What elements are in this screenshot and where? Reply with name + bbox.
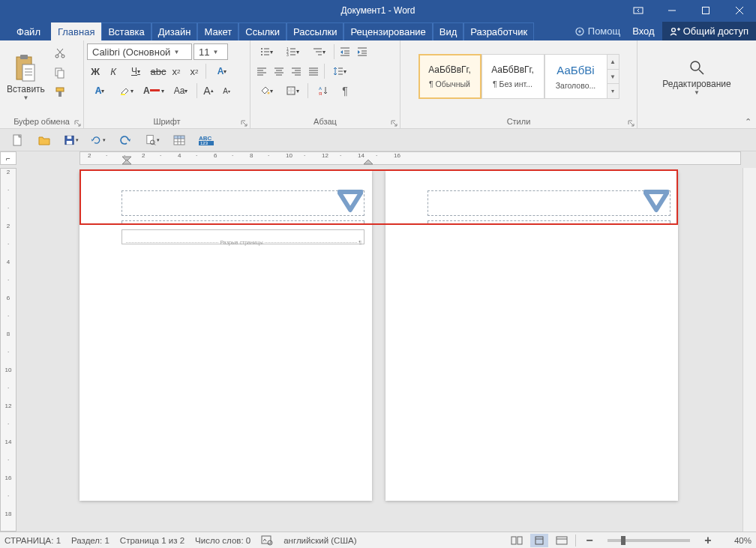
decrease-indent-button[interactable] xyxy=(337,43,353,60)
highlight-button[interactable]: ▾ xyxy=(114,83,140,98)
align-right-button[interactable] xyxy=(288,63,304,79)
paste-button[interactable]: Вставить ▼ xyxy=(3,43,49,111)
group-label-clipboard: Буфер обмена xyxy=(14,117,70,126)
styles-gallery-expand[interactable]: ▲ ▼ ▾ xyxy=(608,54,620,99)
close-button[interactable] xyxy=(722,0,756,21)
dialog-launcher-icon[interactable] xyxy=(74,120,82,127)
status-page-of[interactable]: Страница 1 из 2 xyxy=(120,536,184,545)
style-heading1[interactable]: АаБбВі Заголово... xyxy=(544,54,608,99)
style-normal[interactable]: АаБбВвГг, ¶ Обычный xyxy=(418,54,482,99)
tab-layout[interactable]: Макет xyxy=(197,22,238,40)
dialog-launcher-icon[interactable] xyxy=(391,120,398,127)
style-no-spacing[interactable]: АаБбВвГг, ¶ Без инт... xyxy=(482,54,544,99)
ribbon-display-icon[interactable] xyxy=(621,0,655,21)
font-size-select[interactable]: 11▼ xyxy=(194,43,228,60)
strikethrough-button[interactable]: abc xyxy=(150,63,166,79)
tab-view[interactable]: Вид xyxy=(433,22,464,40)
save-button[interactable]: ▾ xyxy=(62,131,81,149)
copy-button[interactable] xyxy=(52,64,68,81)
left-indent-marker[interactable] xyxy=(122,152,131,166)
horizontal-ruler[interactable]: 2··2·4·6·8·10·12·14·16 xyxy=(80,151,741,165)
status-language[interactable]: английский (США) xyxy=(284,536,356,545)
text-effects-button[interactable]: A▾ xyxy=(87,83,112,98)
zoom-out-button[interactable]: − xyxy=(580,534,598,547)
dialog-launcher-icon[interactable] xyxy=(628,120,635,127)
zoom-slider[interactable] xyxy=(608,539,690,542)
collapse-ribbon-button[interactable]: ⌃ xyxy=(745,117,752,127)
sign-in-button[interactable]: Вход xyxy=(625,25,662,37)
subscript-button[interactable]: x2 xyxy=(168,63,184,79)
tab-references[interactable]: Ссылки xyxy=(238,22,286,40)
vertical-scrollbar[interactable] xyxy=(742,168,756,532)
cut-button[interactable] xyxy=(52,45,68,61)
redo-button[interactable] xyxy=(116,131,135,149)
sort-button[interactable]: AЯ xyxy=(310,83,336,98)
align-left-button[interactable] xyxy=(254,63,270,79)
font-color-button[interactable]: A▾ xyxy=(141,83,166,98)
multilevel-icon xyxy=(312,46,322,57)
more-icon[interactable]: ▾ xyxy=(608,84,619,98)
bullets-button[interactable]: ▾ xyxy=(254,44,279,59)
status-bar: СТРАНИЦА: 1 Раздел: 1 Страница 1 из 2 Чи… xyxy=(0,532,756,548)
right-indent-marker[interactable] xyxy=(364,158,373,166)
change-case-button[interactable]: A▾ xyxy=(209,64,235,79)
tab-insert[interactable]: Вставка xyxy=(101,22,151,40)
show-paragraph-marks-button[interactable]: ¶ xyxy=(337,82,353,99)
tab-design[interactable]: Дизайн xyxy=(152,22,198,40)
increase-indent-button[interactable] xyxy=(354,43,370,60)
svg-rect-98 xyxy=(556,537,567,544)
tab-selector[interactable]: ⌐ xyxy=(0,151,16,165)
read-mode-button[interactable] xyxy=(508,534,526,547)
group-editing: Редактирование ▼ xyxy=(638,40,756,128)
format-painter-button[interactable] xyxy=(52,84,68,100)
numbering-button[interactable]: 123▾ xyxy=(280,44,305,59)
font-name-select[interactable]: Calibri (Основной▼ xyxy=(87,43,192,60)
minimize-button[interactable] xyxy=(655,0,688,21)
vertical-ruler[interactable]: 2··2·4·6·8·10·12·14·16·18·20 xyxy=(0,168,16,532)
character-spacing-button[interactable]: Aa▾ xyxy=(168,83,194,98)
justify-button[interactable] xyxy=(305,63,322,79)
tell-me-input[interactable]: Помощ xyxy=(570,25,625,37)
tab-home[interactable]: Главная xyxy=(51,22,101,40)
italic-button[interactable]: К xyxy=(105,63,122,79)
grow-font-button[interactable]: A▴ xyxy=(200,82,217,99)
tab-mailings[interactable]: Рассылки xyxy=(286,22,344,40)
tab-developer[interactable]: Разработчик xyxy=(464,22,534,40)
status-section[interactable]: Раздел: 1 xyxy=(71,536,110,545)
svg-text:3: 3 xyxy=(286,52,289,57)
status-words[interactable]: Число слов: 0 xyxy=(195,536,250,545)
spelling-button[interactable]: ABC123 xyxy=(196,131,216,149)
open-button[interactable] xyxy=(34,131,54,149)
chevron-down-icon[interactable]: ▼ xyxy=(608,70,619,85)
web-layout-button[interactable] xyxy=(553,534,571,547)
superscript-button[interactable]: x2 xyxy=(186,63,202,79)
chevron-up-icon[interactable]: ▲ xyxy=(608,55,619,70)
zoom-in-button[interactable]: + xyxy=(699,534,717,547)
align-center-button[interactable] xyxy=(271,63,287,79)
table-button[interactable] xyxy=(170,131,189,149)
underline-button[interactable]: Ч ▾ xyxy=(123,64,148,79)
shading-button[interactable]: ▾ xyxy=(254,83,279,98)
print-layout-button[interactable] xyxy=(530,534,548,547)
new-doc-button[interactable] xyxy=(8,131,27,149)
svg-point-74 xyxy=(691,61,700,70)
shrink-font-button[interactable]: A▾ xyxy=(218,82,235,99)
dialog-launcher-icon[interactable] xyxy=(241,120,248,127)
tab-review[interactable]: Рецензирование xyxy=(344,22,432,40)
undo-button[interactable]: ▾ xyxy=(88,131,108,149)
svg-rect-92 xyxy=(262,536,271,544)
share-button[interactable]: Общий доступ xyxy=(662,22,756,40)
line-spacing-button[interactable]: ▾ xyxy=(327,64,352,79)
status-page[interactable]: СТРАНИЦА: 1 xyxy=(4,536,61,545)
svg-text:123: 123 xyxy=(200,141,208,145)
editing-button[interactable]: Редактирование ▼ xyxy=(652,43,740,111)
maximize-button[interactable] xyxy=(688,0,722,21)
bold-button[interactable]: Ж xyxy=(87,63,104,79)
zoom-level[interactable]: 40% xyxy=(722,536,752,545)
proofing-icon[interactable] xyxy=(261,535,273,546)
multilevel-list-button[interactable]: ▾ xyxy=(306,44,332,59)
borders-button[interactable]: ▾ xyxy=(280,83,305,98)
tab-file[interactable]: Файл xyxy=(10,23,51,40)
svg-line-75 xyxy=(699,70,704,74)
print-preview-button[interactable]: ▾ xyxy=(142,131,162,149)
